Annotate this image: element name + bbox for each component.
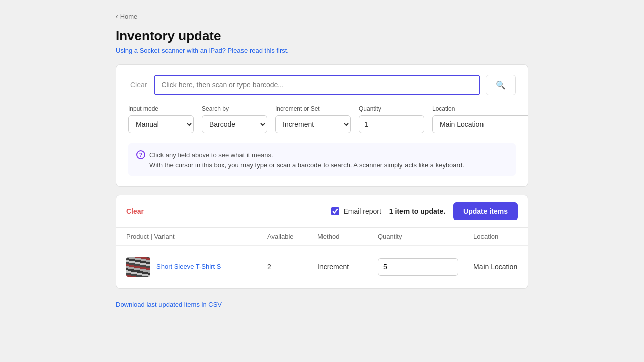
- table-header: Product | Variant Available Method Quant…: [116, 228, 528, 246]
- location-group: Location Main Location Warehouse Store F…: [432, 105, 528, 133]
- search-icon: 🔍: [496, 80, 506, 90]
- input-mode-select[interactable]: Manual Scan: [128, 115, 194, 133]
- help-icon: ?: [136, 150, 145, 159]
- col-method: Method: [317, 233, 378, 240]
- csv-download-link[interactable]: Download last updated items in CSV: [116, 301, 222, 308]
- col-quantity: Quantity: [378, 233, 473, 240]
- location-cell: Main Location: [473, 263, 528, 271]
- increment-label: Increment or Set: [275, 105, 351, 112]
- options-row: Input mode Manual Scan Search by Barcode…: [128, 105, 516, 133]
- back-link-label: Home: [120, 13, 138, 20]
- table-row: Short Sleeve T-Shirt S 2 Increment Main …: [116, 246, 528, 288]
- quantity-group: Quantity: [359, 105, 424, 133]
- input-mode-group: Input mode Manual Scan: [128, 105, 194, 133]
- update-count: 1 item to update.: [389, 207, 445, 215]
- search-button[interactable]: 🔍: [486, 75, 516, 95]
- available-cell: 2: [267, 263, 317, 271]
- increment-select[interactable]: Increment Set: [275, 115, 351, 133]
- back-link[interactable]: ‹ Home: [116, 12, 137, 20]
- qty-input-cell: [378, 258, 458, 276]
- email-report-label: Email report: [343, 207, 381, 215]
- help-line1: Click any field above to see what it mea…: [149, 151, 273, 159]
- col-location: Location: [473, 233, 528, 240]
- chevron-left-icon: ‹: [116, 12, 118, 20]
- quantity-label: Quantity: [359, 105, 424, 112]
- page-subtitle[interactable]: Using a Socket scanner with an iPad? Ple…: [116, 47, 528, 54]
- update-items-button[interactable]: Update items: [453, 202, 518, 220]
- scan-row: Clear 🔍: [128, 75, 516, 95]
- quantity-input[interactable]: [359, 115, 424, 133]
- location-select[interactable]: Main Location Warehouse Store Front: [432, 115, 528, 133]
- clear-button[interactable]: Clear: [126, 207, 144, 215]
- email-report-checkbox[interactable]: [331, 207, 339, 215]
- barcode-input[interactable]: [154, 75, 480, 95]
- method-cell: Increment: [317, 263, 378, 271]
- help-box: ? Click any field above to see what it m…: [128, 143, 516, 176]
- clear-top-button[interactable]: Clear: [128, 81, 149, 89]
- help-line2: With the cursor in this box, you may typ…: [149, 161, 508, 169]
- search-by-group: Search by Barcode SKU Name: [202, 105, 267, 133]
- email-report-group: Email report: [331, 207, 381, 215]
- search-by-label: Search by: [202, 105, 267, 112]
- scan-card: Clear 🔍 Input mode Manual Scan Search by: [116, 64, 528, 187]
- action-bar: Clear Email report 1 item to update. Upd…: [116, 195, 528, 228]
- col-product: Product | Variant: [126, 233, 267, 240]
- product-name-link[interactable]: Short Sleeve T-Shirt S: [156, 263, 221, 270]
- search-by-select[interactable]: Barcode SKU Name: [202, 115, 267, 133]
- page-title: Inventory update: [116, 28, 528, 44]
- col-available: Available: [267, 233, 317, 240]
- product-cell: Short Sleeve T-Shirt S: [126, 257, 267, 277]
- increment-group: Increment or Set Increment Set: [275, 105, 351, 133]
- qty-field[interactable]: [378, 258, 458, 276]
- items-card: Clear Email report 1 item to update. Upd…: [116, 195, 528, 289]
- input-mode-label: Input mode: [128, 105, 194, 112]
- location-label: Location: [432, 105, 528, 112]
- product-thumbnail: [126, 257, 150, 277]
